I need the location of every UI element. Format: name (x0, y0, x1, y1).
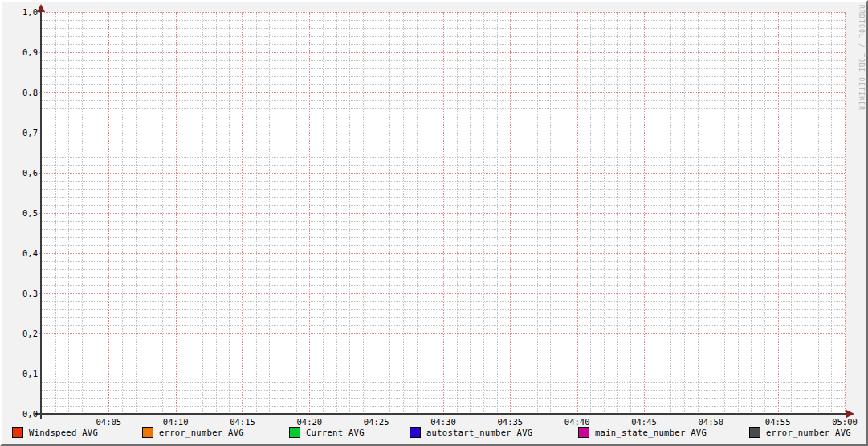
y-axis-tick-label: 0,0 (0, 409, 38, 419)
plot-area (42, 12, 845, 414)
rrdtool-graph: 1,00,90,80,70,60,50,40,30,20,10,0 04:050… (0, 0, 868, 446)
legend-color-swatch (142, 427, 153, 438)
y-axis-arrow-icon (37, 4, 45, 12)
y-axis-tick-label: 0,1 (0, 369, 38, 379)
legend-item: Current AVG (289, 426, 365, 438)
legend-label: error_number AVG (766, 427, 851, 438)
legend-color-swatch (578, 427, 589, 438)
legend-label: Current AVG (306, 427, 365, 438)
y-axis-tick-label: 0,3 (0, 288, 38, 299)
legend-color-swatch (410, 427, 421, 438)
grid-line-major-v (845, 12, 846, 415)
legend-label: autostart_number AVG (426, 427, 532, 438)
y-axis-tick-label: 0,2 (0, 329, 38, 339)
watermark: RRDTOOL / TOBI OETIKER (858, 5, 865, 111)
legend-label: Windspeed AVG (29, 427, 98, 438)
legend-label: main_state_number AVG (595, 427, 707, 438)
legend-item: error_number AVG (142, 426, 244, 438)
y-axis-tick-label: 0,5 (0, 208, 38, 219)
legend-item: main_state_number AVG (578, 426, 707, 438)
y-axis-line (40, 7, 42, 419)
legend-item: Windspeed AVG (12, 426, 98, 438)
y-axis-tick-label: 1,0 (0, 7, 38, 18)
x-axis-line (35, 413, 848, 415)
legend-color-swatch (12, 427, 23, 438)
legend-color-swatch (749, 427, 760, 438)
y-axis-tick-label: 0,6 (0, 168, 38, 178)
legend-item: autostart_number AVG (410, 426, 532, 438)
y-axis-tick-label: 0,7 (0, 128, 38, 138)
legend-label: error_number AVG (159, 427, 244, 438)
legend-color-swatch (289, 427, 300, 438)
legend-item: error_number AVG (749, 426, 851, 438)
y-axis-tick-label: 0,4 (0, 248, 38, 259)
y-axis-tick-label: 0,9 (0, 47, 38, 58)
y-axis-tick-label: 0,8 (0, 88, 38, 98)
